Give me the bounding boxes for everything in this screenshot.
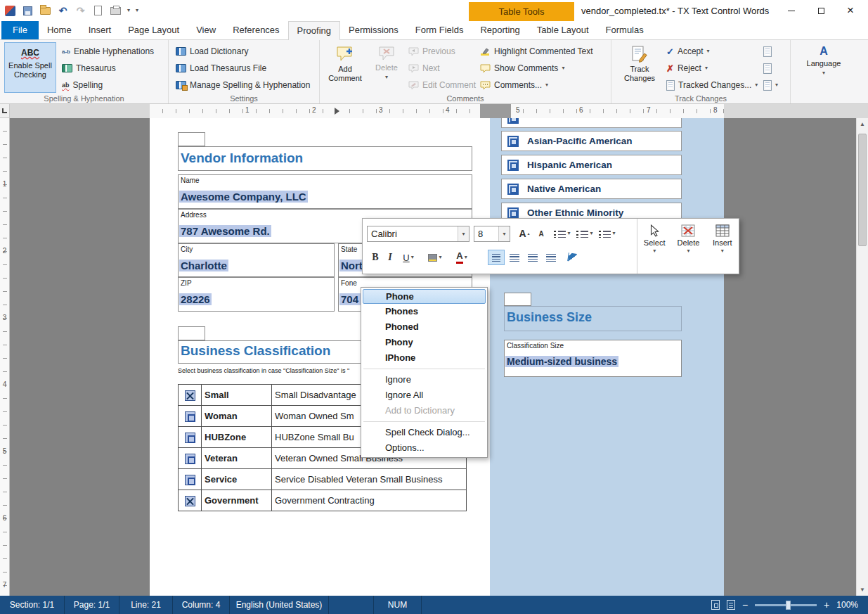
- font-name-value[interactable]: Calibri: [368, 229, 458, 239]
- fit-page-icon[interactable]: [711, 600, 720, 610]
- menu-item-suggestion[interactable]: IPhone: [361, 350, 487, 366]
- address-value[interactable]: 787 Awesome Rd.: [179, 225, 271, 237]
- vendor-info-title[interactable]: Vendor Information: [181, 151, 303, 166]
- checkbox-unchecked-icon[interactable]: [185, 433, 195, 443]
- ethnic-label[interactable]: Native American: [527, 184, 601, 194]
- name-label[interactable]: Name: [181, 177, 200, 184]
- format-painter-button[interactable]: [564, 250, 581, 265]
- ruler-indent-marker[interactable]: [335, 108, 339, 115]
- menu-item-suggestion[interactable]: Phoned: [361, 319, 487, 335]
- business-classification-title[interactable]: Business Classification: [181, 343, 330, 359]
- language-button[interactable]: A Language ▾: [802, 42, 846, 93]
- ethnic-list-item-partial[interactable]: [501, 118, 682, 128]
- name-field[interactable]: Name Awesome Company, LLC: [178, 174, 472, 209]
- insert-button[interactable]: Insert ▾: [707, 224, 738, 254]
- comments-dialog-dropdown-icon[interactable]: ▾: [545, 82, 548, 88]
- maximize-button[interactable]: [806, 0, 836, 21]
- align-center-button[interactable]: [506, 250, 523, 265]
- table-row[interactable]: Service Service Disabled Veteran Small B…: [179, 469, 467, 490]
- classification-label[interactable]: Woman: [202, 406, 272, 427]
- delete-button[interactable]: Delete ▾: [673, 224, 704, 254]
- underline-button[interactable]: U▾: [398, 250, 419, 265]
- highlight-commented-text-button[interactable]: Highlight Commented Text: [480, 43, 593, 60]
- vendor-info-tab-box[interactable]: [178, 132, 205, 146]
- next-change-button[interactable]: [763, 60, 778, 77]
- classification-label[interactable]: HUBZone: [202, 427, 272, 448]
- enable-spell-checking-button[interactable]: ABC Enable Spell Checking: [4, 42, 56, 93]
- select-dropdown-icon[interactable]: ▾: [653, 248, 656, 254]
- classification-label[interactable]: Service: [202, 469, 272, 490]
- zip-label[interactable]: ZIP: [181, 279, 192, 287]
- zoom-out-button[interactable]: −: [742, 600, 748, 610]
- checkbox-checked-icon[interactable]: [185, 390, 195, 401]
- enable-hyphenations-button[interactable]: Enable Hyphenations: [62, 43, 154, 60]
- font-size-combobox[interactable]: 8 ▾: [474, 226, 510, 242]
- changes-options-button[interactable]: ▾: [763, 77, 778, 94]
- ruler-corner[interactable]: [0, 104, 10, 118]
- checkbox-checked-icon[interactable]: [185, 496, 195, 506]
- city-value[interactable]: Charlotte: [179, 260, 228, 271]
- business-classification-tab-box[interactable]: [178, 326, 205, 340]
- tab-page-layout[interactable]: Page Layout: [119, 21, 188, 39]
- manage-spelling-hyphenation-button[interactable]: Manage Spelling & Hyphenation: [176, 77, 310, 94]
- align-left-button[interactable]: [488, 250, 505, 265]
- menu-item-ignore-all[interactable]: Ignore All: [361, 388, 487, 403]
- print-button[interactable]: [110, 5, 122, 17]
- redo-button[interactable]: ↷: [75, 5, 86, 17]
- vertical-scrollbar[interactable]: [856, 118, 868, 596]
- grow-font-button[interactable]: A▴: [516, 226, 533, 241]
- tab-proofing[interactable]: Proofing: [288, 21, 340, 40]
- table-row[interactable]: Government Government Contracting: [179, 490, 467, 511]
- status-language[interactable]: English (United States): [230, 596, 329, 614]
- tab-home[interactable]: Home: [39, 21, 80, 39]
- classification-size-value[interactable]: Medium-sized business: [505, 356, 618, 367]
- checkbox-unchecked-icon[interactable]: [185, 475, 195, 485]
- tab-insert[interactable]: Insert: [80, 21, 120, 39]
- table-tools-context-tab[interactable]: Table Tools: [469, 2, 574, 21]
- select-button[interactable]: Select ▾: [639, 224, 670, 254]
- scroll-down-icon[interactable]: [857, 584, 868, 596]
- show-comments-button[interactable]: Show Comments ▾: [480, 60, 593, 77]
- align-right-button[interactable]: [524, 250, 541, 265]
- state-value[interactable]: Nort: [339, 260, 364, 271]
- reject-dropdown-icon[interactable]: ▾: [705, 65, 708, 71]
- scrollbar-thumb[interactable]: [858, 134, 867, 246]
- classification-desc[interactable]: Government Contracting: [272, 490, 467, 511]
- print-dropdown-arrow-icon[interactable]: ▾: [127, 8, 130, 13]
- checkbox-icon[interactable]: [507, 184, 519, 195]
- classification-label[interactable]: Government: [202, 490, 272, 511]
- zoom-slider-thumb[interactable]: [786, 601, 791, 610]
- checkbox-icon[interactable]: [507, 207, 519, 219]
- load-thesaurus-file-button[interactable]: Load Thesaurus File: [176, 60, 310, 77]
- ethnic-label[interactable]: Other Ethnic Minority: [527, 207, 623, 218]
- comments-dialog-button[interactable]: Comments... ▾: [480, 77, 593, 94]
- tracked-changes-dropdown-icon[interactable]: ▾: [755, 82, 758, 88]
- checkbox-unchecked-icon[interactable]: [185, 411, 195, 422]
- menu-item-suggestion[interactable]: Phony: [361, 335, 487, 350]
- bullet-list-button[interactable]: ▾: [552, 226, 572, 241]
- classification-size-label[interactable]: Classification Size: [507, 342, 564, 350]
- vendor-info-title-box[interactable]: Vendor Information: [178, 146, 472, 171]
- address-label[interactable]: Address: [181, 211, 207, 219]
- menu-item-spell-check-dialog[interactable]: Spell Check Dialog...: [361, 425, 487, 440]
- text-highlight-button[interactable]: ▾: [423, 250, 447, 265]
- tab-view[interactable]: View: [188, 21, 224, 39]
- delete-dropdown-icon[interactable]: ▾: [687, 248, 689, 254]
- tab-form-fields[interactable]: Form Fields: [407, 21, 472, 39]
- shrink-font-button[interactable]: A: [534, 226, 548, 241]
- font-name-combobox[interactable]: Calibri ▾: [367, 226, 469, 242]
- language-dropdown-icon[interactable]: ▾: [822, 70, 825, 76]
- city-label[interactable]: City: [181, 245, 193, 253]
- minimize-button[interactable]: [777, 0, 806, 21]
- phone-label[interactable]: Fone: [341, 279, 357, 287]
- ethnic-list-item[interactable]: Native American: [501, 179, 682, 199]
- numbered-list-button[interactable]: ▾: [575, 226, 595, 241]
- tracked-changes-dialog-button[interactable]: Tracked Changes... ▾: [666, 77, 758, 94]
- multilevel-list-button[interactable]: ▾: [597, 226, 617, 241]
- menu-item-suggestion[interactable]: Phones: [361, 304, 487, 319]
- tab-table-layout[interactable]: Table Layout: [529, 21, 597, 39]
- city-field[interactable]: City Charlotte: [178, 243, 335, 277]
- menu-item-suggestion-selected[interactable]: Phone: [363, 289, 486, 304]
- business-size-title-box[interactable]: Business Size: [504, 306, 682, 331]
- business-classification-note[interactable]: Select business classification in case "…: [178, 367, 349, 374]
